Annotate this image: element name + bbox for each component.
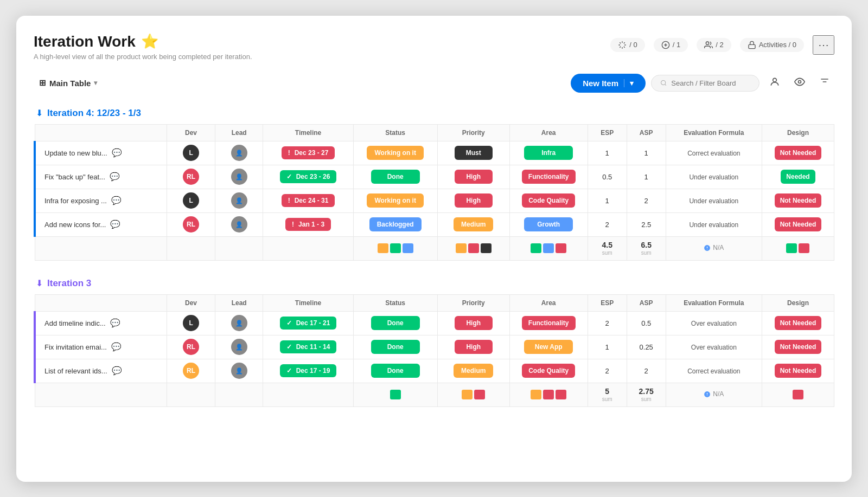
iteration3-title[interactable]: Iteration 3 [47,278,91,289]
summary-row: 4.5 sum 6.5 sum N/A [35,236,834,260]
dev-cell: RL [167,212,215,236]
summary-timeline [263,236,353,260]
col-header-dev: Dev [167,124,215,141]
stat-members[interactable]: / 2 [697,38,731,52]
more-options-button[interactable]: ⋯ [813,35,834,55]
col3-header-item [35,294,167,311]
avatar: RL [183,363,199,379]
design-cell: Not Needed [762,141,834,165]
design-cell: Needed [762,165,834,189]
info-icon [704,391,711,398]
comment-icon[interactable]: 💬 [112,366,122,376]
header-stats: / 0 / 1 / 2 Activities / 0 ⋯ [610,35,834,55]
item-name: Fix "back up" feat... [44,173,105,181]
new-item-button[interactable]: New Item ▾ [571,74,646,93]
filter-icon-button[interactable] [815,74,834,92]
esp-sum: 4.5 [591,241,623,249]
app-container: Iteration Work ⭐ A high-level view of al… [16,16,852,482]
area-badge: Functionality [522,170,576,184]
comment-icon[interactable]: 💬 [111,342,122,352]
item-cell: List of relevant ids... 💬 [35,359,167,383]
summary-asp: 6.5 sum [627,236,666,260]
eval-text: Under evaluation [689,221,738,229]
comment-icon[interactable]: 💬 [110,318,120,328]
priority-cell: Must [437,141,509,165]
eval-text: Correct evaluation [687,367,740,375]
design-swatches [765,243,831,253]
lead-cell: 👤 [215,359,263,383]
esp-cell: 2 [588,359,627,383]
col3-header-area: Area [509,294,588,311]
table-row: Fix "back up" feat... 💬 RL 👤 ✓Dec 23 - 2… [35,165,834,189]
comment-icon[interactable]: 💬 [110,172,120,182]
area-cell: Code Quality [509,359,588,383]
priority-cell: Medium [437,359,509,383]
eye-icon-button[interactable] [790,74,809,92]
dev-cell: L [167,189,215,212]
user-icon-button[interactable] [765,74,784,92]
summary-dev [167,383,215,406]
priority-badge: High [455,340,493,354]
comment-icon[interactable]: 💬 [112,148,122,158]
item-cell: Infra for exposing ... 💬 [35,189,167,212]
na-badge: N/A [704,390,724,398]
header-left: Iteration Work ⭐ A high-level view of al… [34,33,252,61]
area-cell: Functionality [509,165,588,189]
lead-cell: 👤 [215,165,263,189]
title-text: Iteration Work [34,33,136,50]
priority-swatch [456,243,467,253]
status-cell: Done [353,359,437,383]
priority-swatch [468,243,479,253]
iteration4-table: Dev Lead Timeline Status Priority Area E… [34,124,834,261]
timeline-cell: !Dec 24 - 31 [263,189,353,212]
priority-badge: Must [455,146,493,160]
favorite-star[interactable]: ⭐ [141,33,158,50]
iteration3-section: ⬇ Iteration 3 Dev Lead Timeline Status P… [34,278,834,407]
avatar-photo: 👤 [231,145,247,161]
item-name: Update to new blu... [44,149,107,157]
main-table-button[interactable]: ⊞ Main Table ▾ [34,75,103,91]
summary-area [509,236,588,260]
table-row: Update to new blu... 💬 L 👤 !Dec 23 - 27 … [35,141,834,165]
stat-integrations[interactable]: / 1 [654,38,688,52]
search-input[interactable] [671,79,750,87]
summary-area [509,383,588,406]
priority-badge: High [455,170,493,184]
esp-cell: 2 [588,311,627,335]
iteration4-title[interactable]: Iteration 4: 12/23 - 1/3 [47,108,141,119]
priority-cell: High [437,335,509,359]
dev-cell: L [167,141,215,165]
svg-point-1 [706,42,709,44]
asp-sum: 2.75 [630,387,662,396]
summary-lead [215,236,263,260]
esp-sum: 5 [591,387,623,396]
search-box[interactable] [651,75,760,92]
area-badge: Growth [524,217,573,231]
item-name: Fix invitation emai... [44,343,107,351]
area-swatches [513,243,584,253]
item-cell: Fix invitation emai... 💬 [35,335,167,359]
status-badge: Done [371,170,420,184]
priority-swatch [462,390,473,399]
dev-cell: L [167,311,215,335]
comment-icon[interactable]: 💬 [111,196,122,205]
asp-sum-label: sum [641,250,652,256]
timeline-badge: ✓Dec 11 - 14 [280,340,337,353]
asp-cell: 1 [627,165,666,189]
chevron-down-icon: ▾ [94,79,97,87]
esp-cell: 2 [588,212,627,236]
summary-esp: 5 sum [588,383,627,406]
new-item-dropdown-icon[interactable]: ▾ [624,79,634,87]
comment-icon[interactable]: 💬 [110,220,120,229]
col-header-priority: Priority [437,124,509,141]
iteration4-icon: ⬇ [36,108,43,118]
design-swatch [799,243,809,253]
stat-activities[interactable]: Activities / 0 [740,38,804,52]
dev-cell: RL [167,165,215,189]
status-cell: Done [353,311,437,335]
stat-automations[interactable]: / 0 [610,38,644,52]
col-header-status: Status [353,124,437,141]
timeline-cell: ✓Dec 23 - 26 [263,165,353,189]
priority-badge: High [455,316,493,330]
eval-cell: Under evaluation [666,212,762,236]
